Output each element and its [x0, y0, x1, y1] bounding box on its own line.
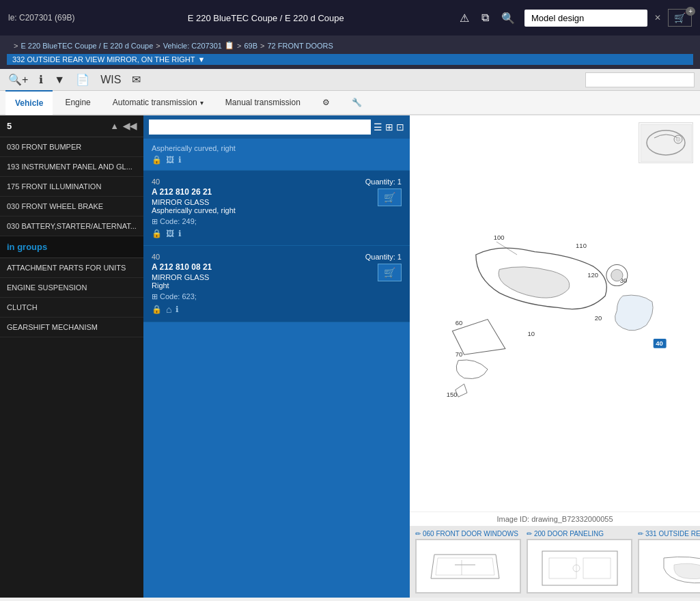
sidebar-item-battery-starter[interactable]: 030 BATTERY,STARTER/ALTERNAT...: [0, 216, 143, 236]
parts-list-header: ☰ ⊞ ⊡: [143, 115, 410, 139]
sidebar-item-instrument-panel[interactable]: 193 INSTRUMENT PANEL AND GL...: [0, 157, 143, 177]
filter-button[interactable]: ▼: [51, 72, 68, 87]
part-item-above[interactable]: Aspherically curved, right 🔒 🖼 ℹ: [143, 139, 410, 171]
sidebar-collapse-icon[interactable]: ▲: [110, 121, 119, 131]
breadcrumb-current-label: 332 OUTSIDE REAR VIEW MIRROR, ON THE RIG…: [12, 55, 195, 64]
part-1-name: MIRROR GLASS: [152, 198, 236, 206]
document-button[interactable]: 📄: [73, 72, 92, 87]
diagram-corner-thumbnail: [639, 122, 693, 163]
breadcrumb-link-3[interactable]: 69B: [244, 42, 257, 50]
info-icon-above[interactable]: ℹ: [178, 155, 182, 165]
list-view-icon[interactable]: ☰: [374, 122, 382, 132]
part-2-add-to-cart[interactable]: 🛒: [378, 264, 402, 281]
part-item-2[interactable]: 40 A 212 810 08 21 MIRROR GLASS Right Qu…: [143, 246, 410, 322]
toolbar-search-input[interactable]: [585, 72, 695, 87]
image-id-text: Image ID: drawing_B72332000055: [496, 515, 613, 523]
part-1-qty: Quantity: 1: [365, 178, 402, 186]
close-search-icon[interactable]: ✕: [654, 13, 661, 23]
lock-icon-1[interactable]: 🔒: [152, 229, 162, 238]
lock-icon-2[interactable]: 🔒: [152, 305, 162, 314]
tab-engine[interactable]: Engine: [55, 90, 100, 115]
tab-vehicle[interactable]: Vehicle: [5, 90, 53, 115]
wis-button[interactable]: WIS: [98, 72, 124, 87]
sidebar-item-front-illumination[interactable]: 175 FRONT ILLUMINATION: [0, 177, 143, 197]
info-icon-1[interactable]: ℹ: [178, 229, 182, 238]
mail-button[interactable]: ✉: [129, 72, 143, 87]
content-area: ☰ ⊞ ⊡ Aspherically curved, right 🔒 🖼 ℹ: [143, 115, 700, 598]
breadcrumb-link-4[interactable]: 72 FRONT DOORS: [267, 42, 333, 50]
sidebar-section-in-groups: in groups: [0, 236, 143, 258]
tab-manual-transmission[interactable]: Manual transmission: [216, 90, 310, 115]
thumbnail-2-svg: [532, 541, 628, 592]
part-2-name: MIRROR GLASS: [152, 273, 212, 281]
part-icons-above: 🔒 🖼 ℹ: [152, 155, 402, 165]
cart-button[interactable]: 🛒+: [668, 9, 692, 27]
cart-badge: +: [686, 7, 695, 16]
thumbnail-3-svg: [643, 541, 701, 592]
sidebar-item-gearshift[interactable]: GEARSHIFT MECHANISM: [0, 318, 143, 337]
part-1-code: ⊞ Code: 249;: [152, 217, 402, 226]
expand-view-icon[interactable]: ⊡: [396, 122, 404, 132]
part-item-1-top: 40 A 212 810 26 21 MIRROR GLASS Aspheric…: [152, 178, 402, 214]
copy-icon[interactable]: ⧉: [479, 9, 492, 27]
image-icon-1[interactable]: 🖼: [166, 229, 174, 238]
part-2-article: A 212 810 08 21: [152, 262, 212, 272]
warning-icon[interactable]: ⚠: [457, 9, 472, 27]
label-120: 120: [587, 271, 598, 279]
info-button[interactable]: ℹ: [36, 72, 46, 87]
thumbnail-2[interactable]: ✏ 200 DOOR PANELING: [527, 530, 632, 593]
label-40: 40: [656, 339, 663, 347]
model-search-input[interactable]: [524, 10, 647, 27]
sidebar-expand-icon[interactable]: ◀◀: [123, 121, 137, 131]
sidebar-item-front-wheel-brake[interactable]: 030 FRONT WHEEL BRAKE: [0, 197, 143, 216]
lower-arm: [456, 360, 488, 379]
info-icon-2[interactable]: ℹ: [176, 305, 179, 314]
parts-list-content: Aspherically curved, right 🔒 🖼 ℹ 40: [143, 139, 410, 598]
toolbar-right: [585, 72, 695, 87]
vehicle-code: le: C207301 (69B): [8, 13, 74, 23]
lock-icon-above[interactable]: 🔒: [152, 155, 162, 165]
thumbnail-3-image: [638, 539, 700, 593]
breadcrumb-link-1[interactable]: E 220 BlueTEC Coupe / E 220 d Coupe: [20, 42, 153, 50]
sidebar-group-number: 5: [7, 121, 12, 131]
sidebar-item-clutch[interactable]: CLUTCH: [0, 298, 143, 318]
part-2-desc: Right: [152, 281, 212, 290]
label-70: 70: [455, 350, 462, 358]
breadcrumb-area: > E 220 BlueTEC Coupe / E 220 d Coupe > …: [0, 36, 700, 69]
main-layout: 5 ▲ ◀◀ 030 FRONT BUMPER 193 INSTRUMENT P…: [0, 115, 700, 598]
toolbar: 🔍+ ℹ ▼ 📄 WIS ✉: [0, 69, 700, 91]
breadcrumb-link-2[interactable]: Vehicle: C207301: [163, 42, 222, 50]
parts-search-input[interactable]: [149, 120, 371, 135]
thumbnails-row: ✏ 060 FRONT DOOR WINDOWS: [410, 526, 700, 598]
grid-view-icon[interactable]: ⊞: [385, 122, 393, 132]
tab-automatic-transmission[interactable]: Automatic transmission ▾: [103, 90, 213, 115]
sidebar-item-attachment-parts[interactable]: ATTACHMENT PARTS FOR UNITS: [0, 258, 143, 278]
part-1-qty-area: Quantity: 1 🛒: [365, 178, 402, 206]
thumbnail-3[interactable]: ✏ 331 OUTSIDE REAR VIEW MIRROR, ON THE L…: [638, 530, 700, 593]
diagram-main-svg: 100 110 120 30: [429, 211, 682, 416]
sidebar: 5 ▲ ◀◀ 030 FRONT BUMPER 193 INSTRUMENT P…: [0, 115, 143, 598]
part-1-icons: 🔒 🖼 ℹ: [152, 229, 402, 238]
image-id-bar: Image ID: drawing_B72332000055: [410, 512, 700, 526]
image-icon-2[interactable]: ⌂: [166, 304, 171, 315]
image-icon-above[interactable]: 🖼: [166, 155, 174, 165]
thumbnail-1-edit-icon: ✏: [415, 530, 421, 537]
tab-tools-icon[interactable]: 🔧: [342, 90, 372, 115]
thumbnail-2-edit-icon: ✏: [527, 530, 532, 537]
thumbnail-2-label: ✏ 200 DOOR PANELING: [527, 530, 604, 537]
sidebar-item-engine-suspension[interactable]: ENGINE SUSPENSION: [0, 278, 143, 298]
zoom-in-button[interactable]: 🔍+: [5, 72, 31, 87]
part-item-2-top: 40 A 212 810 08 21 MIRROR GLASS Right Qu…: [152, 253, 402, 290]
search-icon-top[interactable]: 🔍: [499, 9, 518, 27]
part-1-article: A 212 810 26 21: [152, 187, 236, 197]
part-item-1[interactable]: 40 A 212 810 26 21 MIRROR GLASS Aspheric…: [143, 171, 410, 246]
thumbnail-1[interactable]: ✏ 060 FRONT DOOR WINDOWS: [415, 530, 521, 593]
breadcrumb-dropdown-icon[interactable]: ▼: [198, 55, 206, 64]
sidebar-item-front-bumper[interactable]: 030 FRONT BUMPER: [0, 137, 143, 157]
part-1-add-to-cart[interactable]: 🛒: [378, 188, 402, 206]
tab-arrow-auto: ▾: [200, 99, 204, 107]
top-bar-actions: ⚠ ⧉ 🔍 ✕ 🛒+: [457, 9, 692, 27]
code-grid-icon-2: ⊞: [152, 292, 158, 300]
svg-rect-5: [421, 541, 516, 592]
tab-settings-icon[interactable]: ⚙: [313, 90, 339, 115]
